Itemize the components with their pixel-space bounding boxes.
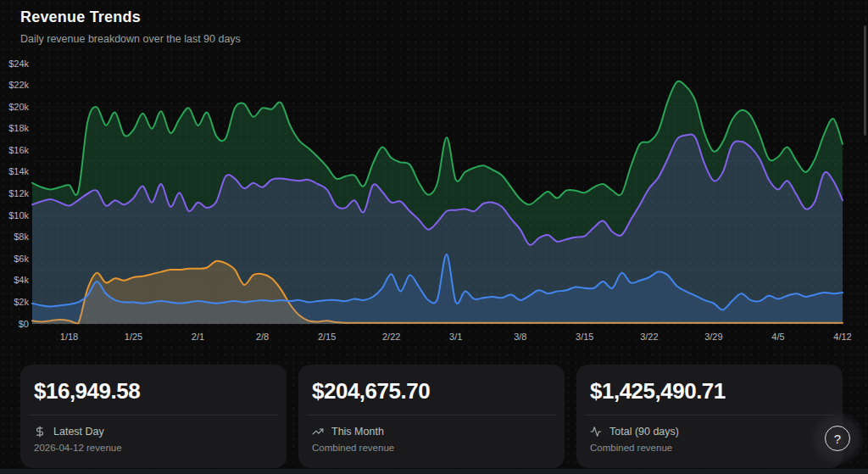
dollar-icon — [34, 426, 46, 438]
x-axis-label: 4/5 — [771, 332, 784, 342]
y-axis-label: $12k — [8, 188, 29, 198]
y-axis-label: $16k — [8, 145, 29, 155]
x-axis-label: 3/22 — [640, 332, 658, 342]
total-label: Total (90 days) — [609, 426, 679, 438]
y-axis-label: $4k — [14, 275, 29, 285]
latest-day-value: $16,949.58 — [34, 377, 273, 404]
y-axis-label: $14k — [8, 166, 29, 176]
help-button-backdrop: ? — [810, 411, 865, 466]
trending-up-icon — [312, 426, 324, 438]
y-axis-label: $24k — [8, 59, 29, 69]
x-axis-label: 1/18 — [60, 332, 78, 342]
scrollbar-thumb[interactable] — [864, 25, 866, 136]
divider — [307, 415, 556, 415]
x-axis-label: 3/8 — [514, 332, 526, 342]
y-axis-label: $2k — [14, 297, 29, 307]
help-button[interactable]: ? — [825, 426, 850, 451]
help-button-label: ? — [834, 432, 841, 446]
revenue-dashboard: Revenue Trends Daily revenue breakdown o… — [0, 0, 868, 474]
x-axis-label: 3/1 — [449, 332, 462, 342]
x-axis-label: 1/25 — [125, 332, 142, 342]
x-axis-label: 2/15 — [318, 332, 336, 342]
y-axis-label: $18k — [8, 123, 29, 133]
latest-day-sublabel: 2026-04-12 revenue — [34, 443, 273, 453]
y-axis-label: $6k — [14, 254, 29, 264]
stat-card-total-90-days: $1,425,490.71 Total (90 days) Combined r… — [576, 365, 843, 468]
stat-card-this-month: $204,675.70 This Month Combined revenue — [298, 365, 565, 468]
revenue-trends-chart[interactable]: $0$2k$4k$6k$8k$10k$12k$14k$16k$18k$20k$2… — [0, 0, 868, 351]
y-axis-label: $8k — [14, 231, 29, 242]
chart-header: Revenue Trends Daily revenue breakdown o… — [20, 8, 241, 45]
page-title: Revenue Trends — [20, 8, 241, 26]
x-axis-label: 3/29 — [704, 332, 722, 342]
bottom-window-edge — [0, 469, 868, 474]
this-month-label: This Month — [331, 426, 384, 438]
divider — [585, 415, 834, 415]
x-axis-label: 2/8 — [256, 332, 269, 342]
y-axis-label: $22k — [8, 80, 29, 90]
y-axis-label: $10k — [8, 210, 29, 220]
x-axis-label: 3/15 — [576, 332, 593, 342]
latest-day-label: Latest Day — [53, 426, 104, 438]
x-axis-label: 2/22 — [382, 332, 400, 342]
total-sublabel: Combined revenue — [590, 443, 829, 453]
activity-icon — [590, 426, 602, 438]
y-axis-label: $0 — [19, 319, 29, 329]
total-value: $1,425,490.71 — [590, 377, 829, 404]
x-axis-label: 4/12 — [833, 332, 851, 342]
page-subtitle: Daily revenue breakdown over the last 90… — [20, 33, 241, 45]
stat-card-latest-day: $16,949.58 Latest Day 2026-04-12 revenue — [20, 365, 287, 468]
y-axis-label: $20k — [8, 102, 29, 112]
this-month-value: $204,675.70 — [312, 377, 551, 404]
divider — [29, 415, 278, 415]
stat-cards-row: $16,949.58 Latest Day 2026-04-12 revenue… — [20, 365, 843, 468]
this-month-sublabel: Combined revenue — [312, 443, 551, 453]
x-axis-label: 2/1 — [192, 332, 204, 342]
